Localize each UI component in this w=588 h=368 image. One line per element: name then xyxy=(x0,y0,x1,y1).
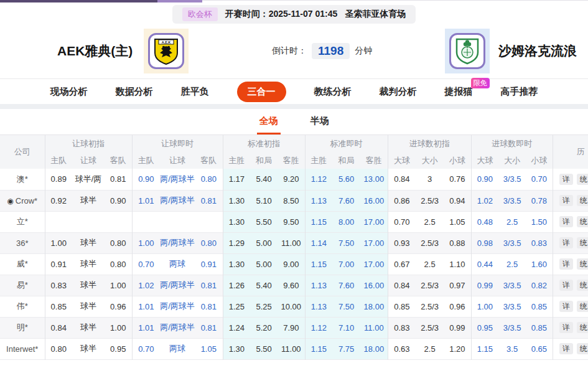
odds-cell-standard_live[interactable]: 11.00 xyxy=(360,317,388,338)
odds-cell-goals_live[interactable]: 3/3.5 xyxy=(498,275,526,296)
odds-cell-standard_live[interactable]: 1.12 xyxy=(305,169,332,190)
odds-cell-handicap_live[interactable]: 1.05 xyxy=(195,338,223,359)
odds-cell-standard_live[interactable]: 8.00 xyxy=(332,211,360,232)
detail-button[interactable]: 详 xyxy=(559,237,573,248)
odds-cell-goals_live[interactable]: 3/3.5 xyxy=(498,296,526,317)
odds-cell-goals_live[interactable]: 0.65 xyxy=(526,338,553,359)
detail-button[interactable]: 详 xyxy=(559,258,573,270)
odds-cell-goals_live[interactable]: 0.83 xyxy=(526,232,553,253)
odds-cell-handicap_live[interactable]: 0.81 xyxy=(195,317,223,338)
odds-cell-handicap_live[interactable] xyxy=(132,211,160,232)
odds-cell-standard_live[interactable]: 1.15 xyxy=(305,338,332,359)
odds-cell-goals_live[interactable]: 2.5 xyxy=(498,253,526,275)
odds-cell-standard_live[interactable]: 1.13 xyxy=(305,296,332,317)
odds-cell-handicap_live[interactable]: 0.91 xyxy=(195,253,223,275)
odds-cell-handicap_live[interactable]: 两球 xyxy=(160,253,195,275)
odds-cell-goals_live[interactable]: 1.60 xyxy=(526,253,553,275)
stats-button[interactable]: 统 xyxy=(577,237,588,248)
odds-cell-goals_live[interactable]: 2.5 xyxy=(498,211,526,232)
odds-cell-goals_live[interactable]: 1.00 xyxy=(471,296,498,317)
odds-cell-standard_live[interactable]: 7.50 xyxy=(332,232,360,253)
detail-button[interactable]: 详 xyxy=(559,195,573,206)
stats-button[interactable]: 统 xyxy=(577,258,588,270)
odds-cell-handicap_live[interactable]: 0.81 xyxy=(195,296,223,317)
odds-cell-goals_live[interactable]: 3/3.5 xyxy=(498,190,526,211)
odds-cell-handicap_live[interactable]: 两/两球半 xyxy=(160,232,195,253)
detail-button[interactable]: 详 xyxy=(559,301,573,312)
odds-cell-standard_live[interactable]: 17.00 xyxy=(360,211,388,232)
odds-cell-handicap_live[interactable]: 1.01 xyxy=(132,317,160,338)
odds-cell-handicap_live[interactable]: 1.00 xyxy=(132,232,160,253)
odds-cell-handicap_live[interactable]: 两/两球半 xyxy=(160,317,195,338)
odds-cell-goals_live[interactable]: 0.70 xyxy=(526,169,553,190)
odds-cell-goals_live[interactable]: 3/3.5 xyxy=(498,317,526,338)
odds-cell-standard_live[interactable]: 17.00 xyxy=(360,232,388,253)
odds-cell-goals_live[interactable]: 0.90 xyxy=(471,169,498,190)
odds-cell-goals_live[interactable]: 3/3.5 xyxy=(498,169,526,190)
odds-cell-goals_live[interactable]: 1.50 xyxy=(526,211,553,232)
odds-cell-handicap_live[interactable]: 0.90 xyxy=(132,169,160,190)
odds-cell-handicap_live[interactable]: 两/两球半 xyxy=(160,190,195,211)
odds-cell-goals_live[interactable]: 0.78 xyxy=(526,190,553,211)
stats-button[interactable]: 统 xyxy=(577,195,588,206)
odds-cell-standard_live[interactable]: 7.60 xyxy=(332,275,360,296)
odds-cell-handicap_live[interactable]: 两球 xyxy=(160,338,195,359)
odds-cell-goals_live[interactable]: 3/3.5 xyxy=(498,232,526,253)
odds-cell-standard_live[interactable]: 1.15 xyxy=(305,253,332,275)
nav-item-高手推荐[interactable]: 高手推荐 xyxy=(501,86,538,98)
odds-cell-goals_live[interactable]: 1.02 xyxy=(471,190,498,211)
odds-cell-standard_live[interactable]: 1.13 xyxy=(305,275,332,296)
stats-button[interactable]: 统 xyxy=(577,343,588,354)
odds-cell-handicap_live[interactable]: 0.81 xyxy=(195,275,223,296)
odds-cell-standard_live[interactable]: 5.60 xyxy=(332,169,360,190)
detail-button[interactable]: 详 xyxy=(559,174,573,185)
detail-button[interactable]: 详 xyxy=(559,322,573,333)
stats-button[interactable]: 统 xyxy=(577,280,588,291)
odds-cell-handicap_live[interactable]: 1.01 xyxy=(132,190,160,211)
nav-item-捷报猫[interactable]: 捷报猫限免 xyxy=(445,86,473,98)
odds-cell-standard_live[interactable]: 7.10 xyxy=(332,317,360,338)
odds-cell-standard_live[interactable]: 1.14 xyxy=(305,232,332,253)
period-tab-全场[interactable]: 全场 xyxy=(257,109,281,134)
odds-cell-standard_live[interactable]: 16.00 xyxy=(360,190,388,211)
odds-cell-standard_live[interactable]: 13.00 xyxy=(360,169,388,190)
odds-cell-standard_live[interactable]: 1.12 xyxy=(305,317,332,338)
odds-cell-standard_live[interactable]: 16.00 xyxy=(360,275,388,296)
odds-cell-standard_live[interactable]: 7.00 xyxy=(332,253,360,275)
nav-item-三合一[interactable]: 三合一 xyxy=(237,82,286,102)
nav-item-教练分析[interactable]: 教练分析 xyxy=(314,86,352,98)
odds-cell-handicap_live[interactable]: 1.02 xyxy=(132,275,160,296)
odds-cell-standard_live[interactable]: 7.50 xyxy=(332,296,360,317)
odds-cell-handicap_live[interactable]: 0.80 xyxy=(195,169,223,190)
odds-cell-goals_live[interactable]: 0.85 xyxy=(526,317,553,338)
odds-cell-goals_live[interactable]: 0.44 xyxy=(471,253,498,275)
odds-cell-standard_live[interactable]: 1.15 xyxy=(305,211,332,232)
odds-cell-handicap_live[interactable]: 两/两球半 xyxy=(160,169,195,190)
nav-item-现场分析[interactable]: 现场分析 xyxy=(50,86,88,98)
odds-cell-standard_live[interactable]: 18.00 xyxy=(360,338,388,359)
odds-cell-goals_live[interactable]: 0.82 xyxy=(526,275,553,296)
detail-button[interactable]: 详 xyxy=(559,343,573,354)
odds-cell-goals_live[interactable]: 0.99 xyxy=(471,275,498,296)
odds-cell-standard_live[interactable]: 1.13 xyxy=(305,190,332,211)
odds-cell-handicap_live[interactable]: 两/两球半 xyxy=(160,296,195,317)
odds-cell-handicap_live[interactable]: 0.81 xyxy=(195,190,223,211)
odds-cell-standard_live[interactable]: 7.75 xyxy=(332,338,360,359)
nav-item-胜平负[interactable]: 胜平负 xyxy=(181,86,209,98)
odds-cell-handicap_live[interactable]: 0.70 xyxy=(132,338,160,359)
odds-cell-goals_live[interactable]: 3.5 xyxy=(498,338,526,359)
odds-cell-handicap_live[interactable]: 0.70 xyxy=(132,253,160,275)
odds-cell-handicap_live[interactable] xyxy=(160,211,195,232)
detail-button[interactable]: 详 xyxy=(559,280,573,291)
odds-cell-goals_live[interactable]: 1.15 xyxy=(471,338,498,359)
odds-cell-handicap_live[interactable]: 1.01 xyxy=(132,296,160,317)
nav-item-数据分析[interactable]: 数据分析 xyxy=(116,86,153,98)
detail-button[interactable]: 详 xyxy=(559,216,573,227)
odds-cell-standard_live[interactable]: 18.00 xyxy=(360,296,388,317)
odds-cell-standard_live[interactable]: 7.60 xyxy=(332,190,360,211)
period-tab-半场[interactable]: 半场 xyxy=(308,109,332,134)
odds-cell-goals_live[interactable]: 0.85 xyxy=(526,296,553,317)
stats-button[interactable]: 统 xyxy=(577,301,588,312)
odds-cell-handicap_live[interactable] xyxy=(195,211,223,232)
odds-cell-handicap_live[interactable]: 0.80 xyxy=(195,232,223,253)
